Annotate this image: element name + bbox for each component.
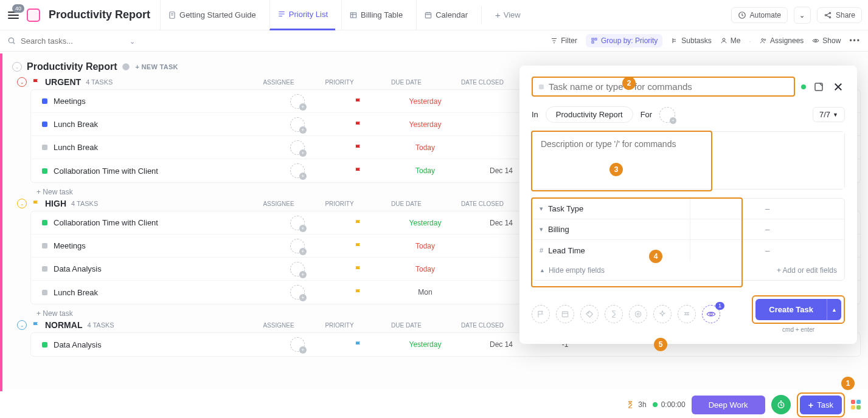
sprint-icon[interactable] bbox=[629, 305, 647, 323]
due-date-cell[interactable]: Yesterday bbox=[389, 97, 462, 106]
timer-button[interactable] bbox=[771, 395, 791, 414]
chevron-down-icon[interactable] bbox=[130, 36, 135, 46]
create-task-dropdown[interactable]: ▲ bbox=[827, 299, 841, 320]
status-square-icon[interactable] bbox=[42, 243, 47, 248]
tab-calendar[interactable]: Calendar bbox=[416, 0, 475, 30]
status-square-icon[interactable] bbox=[42, 342, 47, 348]
due-date-cell[interactable]: Today bbox=[389, 143, 462, 152]
time-tracked-chip[interactable]: 0:00:00 bbox=[653, 400, 686, 409]
more-button[interactable]: ••• bbox=[849, 36, 861, 45]
priority-icon[interactable] bbox=[532, 305, 550, 323]
share-button[interactable]: Share bbox=[817, 7, 862, 23]
add-edit-fields-button[interactable]: + Add or edit fields bbox=[777, 266, 837, 275]
status-square-icon[interactable] bbox=[42, 98, 47, 104]
task-count: 4 TASKS bbox=[87, 321, 114, 329]
field-value[interactable]: – bbox=[690, 246, 844, 255]
status-square-icon[interactable] bbox=[42, 168, 47, 174]
priority-flag-icon[interactable] bbox=[354, 120, 363, 129]
close-icon[interactable] bbox=[832, 80, 845, 94]
location-chip[interactable]: Productivity Report bbox=[546, 106, 633, 123]
new-task-header-button[interactable]: + NEW TASK bbox=[135, 63, 178, 70]
status-square-icon[interactable] bbox=[42, 145, 47, 150]
search-input[interactable] bbox=[21, 36, 125, 46]
assignee-placeholder-icon[interactable] bbox=[290, 239, 305, 253]
task-name-field-wrap[interactable] bbox=[532, 77, 795, 97]
status-square-icon[interactable] bbox=[42, 266, 47, 272]
custom-field-row[interactable]: # Lead Time – bbox=[532, 240, 844, 261]
collapse-list-icon[interactable]: ⌄ bbox=[12, 62, 22, 72]
assignee-placeholder-icon[interactable] bbox=[290, 285, 305, 300]
priority-flag-icon[interactable] bbox=[354, 97, 363, 106]
add-view-button[interactable]: + View bbox=[488, 0, 528, 30]
description-field-wrap[interactable] bbox=[532, 131, 845, 190]
description-input[interactable] bbox=[532, 132, 844, 189]
priority-flag-icon[interactable] bbox=[354, 143, 363, 152]
task-title: Lunch Break bbox=[54, 288, 98, 297]
automate-dropdown[interactable] bbox=[794, 7, 811, 24]
watchers-icon[interactable]: 1 bbox=[702, 305, 720, 323]
field-value[interactable]: – bbox=[690, 225, 844, 234]
dependencies-icon[interactable] bbox=[678, 305, 696, 323]
priority-flag-icon[interactable] bbox=[354, 265, 363, 273]
assignee-placeholder-icon[interactable] bbox=[290, 216, 305, 230]
due-date-cell[interactable]: Yesterday bbox=[389, 340, 462, 349]
estimate-icon[interactable] bbox=[605, 305, 623, 323]
due-date-cell[interactable]: Yesterday bbox=[389, 219, 462, 227]
menu-icon[interactable]: 40 bbox=[6, 8, 21, 22]
task-type-pill[interactable]: Deep Work bbox=[692, 396, 765, 414]
tab-getting-started[interactable]: Getting Started Guide bbox=[160, 0, 263, 30]
filter-button[interactable]: Filter bbox=[550, 36, 577, 45]
status-square-icon[interactable] bbox=[42, 122, 47, 127]
apps-icon[interactable] bbox=[851, 400, 861, 409]
assignee-placeholder-icon[interactable] bbox=[290, 140, 305, 155]
priority-flag-icon[interactable] bbox=[354, 288, 363, 296]
date-icon[interactable] bbox=[556, 305, 574, 323]
priority-flag-icon[interactable] bbox=[354, 166, 363, 175]
assignee-placeholder-icon[interactable] bbox=[290, 262, 305, 276]
due-date-cell[interactable]: Today bbox=[389, 242, 462, 250]
custom-field-row[interactable]: ▾ Task Type – bbox=[532, 199, 844, 219]
new-task-button[interactable]: + Task bbox=[800, 396, 842, 414]
assignees-label: Assignees bbox=[770, 36, 804, 45]
create-task-button[interactable]: Create Task bbox=[755, 299, 827, 320]
field-value[interactable]: – bbox=[690, 204, 844, 213]
automate-button[interactable]: Automate bbox=[731, 7, 788, 23]
assignee-placeholder-icon[interactable] bbox=[290, 94, 305, 109]
ai-icon[interactable] bbox=[653, 305, 672, 323]
due-date-cell[interactable]: Today bbox=[389, 166, 462, 175]
me-button[interactable]: Me bbox=[720, 36, 741, 45]
collapse-group-icon[interactable]: ⌄ bbox=[17, 77, 27, 87]
assignee-placeholder-icon[interactable] bbox=[290, 337, 305, 352]
time-estimate-chip[interactable]: 3h bbox=[626, 400, 646, 409]
collapse-group-icon[interactable]: ⌄ bbox=[17, 199, 27, 208]
expand-icon[interactable] bbox=[812, 80, 825, 94]
list-color-icon[interactable] bbox=[27, 9, 40, 22]
assignee-placeholder-icon[interactable] bbox=[659, 107, 675, 123]
collapse-group-icon[interactable]: ⌄ bbox=[17, 320, 27, 330]
due-date-cell[interactable]: Today bbox=[389, 265, 462, 273]
search-input-wrap[interactable] bbox=[7, 36, 135, 46]
tab-billing-table[interactable]: Billing Table bbox=[341, 0, 410, 30]
priority-flag-icon[interactable] bbox=[354, 219, 363, 227]
svg-rect-18 bbox=[562, 312, 568, 317]
hide-empty-button[interactable]: ▲ Hide empty fields bbox=[540, 266, 605, 275]
status-square-icon[interactable] bbox=[42, 220, 47, 225]
priority-flag-icon[interactable] bbox=[354, 242, 363, 250]
svg-rect-9 bbox=[595, 38, 597, 40]
subtasks-button[interactable]: Subtasks bbox=[671, 36, 711, 45]
group-by-button[interactable]: Group by: Priority bbox=[586, 34, 662, 47]
assignee-placeholder-icon[interactable] bbox=[290, 163, 305, 178]
info-icon[interactable] bbox=[122, 63, 130, 71]
custom-field-row[interactable]: ▾ Billing – bbox=[532, 219, 844, 240]
assignees-button[interactable]: Assignees bbox=[760, 36, 804, 45]
task-name-input[interactable] bbox=[549, 81, 788, 92]
assignee-placeholder-icon[interactable] bbox=[290, 117, 305, 132]
due-date-cell[interactable]: Mon bbox=[389, 288, 462, 296]
due-date-cell[interactable]: Yesterday bbox=[389, 120, 462, 129]
tab-priority-list[interactable]: Priority List bbox=[269, 0, 335, 30]
show-button[interactable]: Show bbox=[812, 36, 841, 45]
priority-flag-icon[interactable] bbox=[354, 340, 363, 349]
status-square-icon[interactable] bbox=[42, 290, 47, 295]
field-count-chip[interactable]: 7/7 ▼ bbox=[813, 107, 845, 122]
tag-icon[interactable] bbox=[580, 305, 599, 323]
